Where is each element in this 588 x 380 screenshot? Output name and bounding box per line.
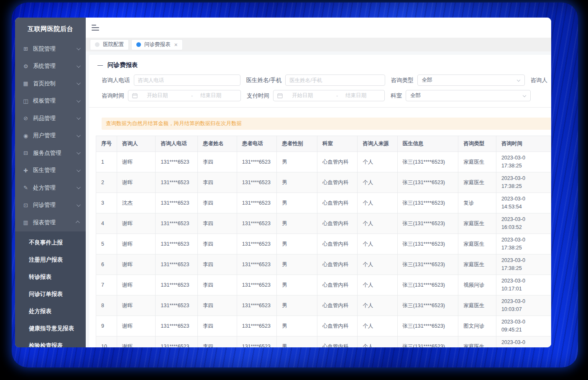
cell-department: 心血管内科 [317, 336, 358, 348]
department-select[interactable]: 全部 [406, 90, 531, 101]
consult-date: 2023-03-0 [501, 339, 546, 347]
sidebar-item-label: 首页控制 [33, 80, 77, 87]
table-row[interactable]: 6 谢晖 131****6523 李四 131****6523 男 心血管内科 … [96, 254, 551, 275]
sidebar-item-label: 医生管理 [33, 167, 77, 174]
chevron-down-icon [516, 78, 520, 82]
tab-status-dot [136, 42, 141, 47]
consult-clock: 17:38:25 [501, 264, 546, 272]
sidebar-menu-item[interactable]: ✚ 医生管理 [15, 162, 86, 180]
cell-consult-time: 2023-03-0 17:38:25 [496, 336, 551, 348]
main-area: 医院配置 问诊费报表 × — 问诊费报表 咨询人电话 医生姓 [86, 18, 551, 347]
sidebar-menu-item[interactable]: ⚙ 系统管理 [15, 58, 86, 75]
cell-department: 心血管内科 [317, 152, 358, 172]
sidebar-menu-item[interactable]: ▥ 报表管理 [15, 214, 86, 231]
date-separator: - [329, 93, 345, 99]
table-row[interactable]: 7 谢晖 131****6523 李四 131****6523 男 心血管内科 … [96, 275, 551, 295]
cell-consultant-phone: 131****6523 [156, 316, 198, 336]
sidebar-item-label: 用户管理 [33, 132, 77, 139]
column-header: 咨询人 [117, 136, 156, 152]
cell-type: 家庭医生 [458, 172, 496, 193]
collapse-menu-icon[interactable] [92, 24, 101, 31]
tab-consult-fee-report[interactable]: 问诊费报表 × [131, 39, 183, 50]
sidebar-submenu-item[interactable]: 问诊订单报表 [15, 285, 86, 303]
cell-patient: 李四 [197, 234, 237, 254]
consult-time-range-picker[interactable]: 开始日期 - 结束日期 [128, 90, 241, 101]
sidebar-menu-item[interactable]: ⊞ 医院管理 [15, 40, 86, 58]
consult-clock: 17:38:25 [501, 182, 546, 190]
table-row[interactable]: 10 谢晖 131****6523 李四 131****6523 男 心血管内科… [96, 336, 551, 348]
cell-consultant: 谢晖 [117, 254, 156, 275]
doctor-input[interactable] [285, 74, 385, 86]
table-row[interactable]: 8 谢晖 131****6523 李四 131****6523 男 心血管内科 … [96, 295, 551, 316]
cell-gender: 男 [277, 152, 317, 172]
cell-patient: 李四 [197, 152, 237, 172]
sidebar-menu-item[interactable]: ✎ 处方管理 [15, 179, 86, 197]
department-label: 科室 [391, 92, 402, 100]
consult-phone-input[interactable] [134, 74, 240, 86]
cell-no: 9 [96, 316, 117, 336]
sidebar-menu-item[interactable]: ⊡ 问诊管理 [15, 197, 86, 214]
sidebar-submenu-item[interactable]: 健康指导意见报表 [15, 320, 86, 337]
pay-time-range-picker[interactable]: 开始日期 - 结束日期 [273, 90, 385, 101]
sidebar-menu-item[interactable]: ◉ 用户管理 [15, 127, 86, 145]
cell-patient: 李四 [197, 336, 237, 348]
table-row[interactable]: 5 谢晖 131****6523 李四 131****6523 男 心血管内科 … [96, 234, 551, 254]
collapse-panel-icon[interactable]: — [97, 62, 103, 68]
consult-date: 2023-03-0 [501, 216, 546, 223]
cell-consultant: 谢晖 [117, 213, 156, 234]
chevron-down-icon [77, 81, 81, 85]
table-row[interactable]: 3 沈杰 131****6523 李四 131****6523 男 心血管内科 … [96, 193, 551, 213]
cell-patient-phone: 131****6523 [237, 152, 277, 172]
sidebar-item-label: 系统管理 [33, 62, 77, 70]
app-window: 互联网医院后台 ⊞ 医院管理 ⚙ 系统管理 ▦ 首页控制 [15, 18, 551, 347]
cell-gender: 男 [277, 295, 317, 316]
sidebar-submenu-item[interactable]: 检验检查报表 [15, 337, 86, 348]
cell-consultant: 沈杰 [117, 193, 156, 213]
table-row[interactable]: 9 谢晖 131****6523 李四 131****6523 男 心血管内科 … [96, 316, 551, 336]
page-title: 问诊费报表 [107, 61, 138, 69]
cell-consult-time: 2023-03-0 17:38:25 [496, 152, 551, 172]
cell-consultant-phone: 131****6523 [156, 254, 198, 275]
hospital-icon: ⊞ [22, 46, 29, 52]
cell-consult-time: 2023-03-0 10:03:07 [496, 295, 551, 316]
report-table: 序号咨询人咨询人电话患者姓名患者电话患者性别科室咨询人来源医生信息咨询类型咨询时… [96, 136, 551, 347]
cell-consultant: 谢晖 [117, 336, 156, 348]
cell-gender: 男 [277, 275, 317, 295]
column-header: 咨询人来源 [358, 136, 397, 152]
cell-type: 图文问诊 [458, 316, 496, 336]
tab-hospital-config[interactable]: 医院配置 [90, 39, 129, 50]
calendar-icon [132, 93, 138, 98]
cell-patient: 李四 [197, 172, 237, 193]
sidebar-submenu-item[interactable]: 注册用户报表 [15, 251, 86, 268]
cell-consultant: 谢晖 [117, 275, 156, 295]
cell-patient-phone: 131****6523 [237, 172, 277, 193]
chevron-down-icon [77, 185, 81, 189]
sidebar-menu-item[interactable]: ⊘ 药品管理 [15, 110, 86, 127]
start-date-placeholder: 开始日期 [292, 92, 329, 99]
table-row[interactable]: 1 谢晖 131****6523 李四 131****6523 男 心血管内科 … [96, 152, 551, 172]
sidebar-submenu-item[interactable]: 不良事件上报 [15, 234, 86, 251]
cell-patient-phone: 131****6523 [237, 336, 277, 348]
sidebar-menu-item[interactable]: ⊟ 服务点管理 [15, 144, 86, 162]
cell-doctor: 张三(131****6523) [397, 234, 458, 254]
cell-source: 个人 [358, 336, 397, 348]
cell-doctor: 张三(131****6523) [397, 152, 458, 172]
service-point-icon: ⊟ [22, 150, 29, 156]
drug-icon: ⊘ [22, 115, 29, 121]
sidebar-menu-item[interactable]: ▦ 首页控制 [15, 75, 86, 92]
sidebar-submenu-item[interactable]: 处方报表 [15, 303, 86, 320]
cell-type: 复诊 [458, 193, 496, 213]
sidebar-menu-item[interactable]: ◫ 模板管理 [15, 92, 86, 110]
cell-doctor: 张三(131****6523) [397, 316, 458, 336]
table-row[interactable]: 4 谢晖 131****6523 李四 131****6523 男 心血管内科 … [96, 213, 551, 234]
consult-clock: 17:38:25 [501, 244, 546, 252]
consult-type-select[interactable]: 全部 [417, 74, 525, 86]
close-icon[interactable]: × [174, 42, 178, 48]
table-row[interactable]: 2 谢晖 131****6523 李四 131****6523 男 心血管内科 … [96, 172, 551, 193]
cell-patient: 李四 [197, 213, 237, 234]
consult-clock: 17:38:25 [501, 162, 546, 170]
sidebar: 互联网医院后台 ⊞ 医院管理 ⚙ 系统管理 ▦ 首页控制 [15, 18, 86, 347]
cell-gender: 男 [277, 254, 317, 275]
sidebar-item-label: 模板管理 [33, 97, 77, 105]
sidebar-submenu-item[interactable]: 转诊报表 [15, 268, 86, 285]
